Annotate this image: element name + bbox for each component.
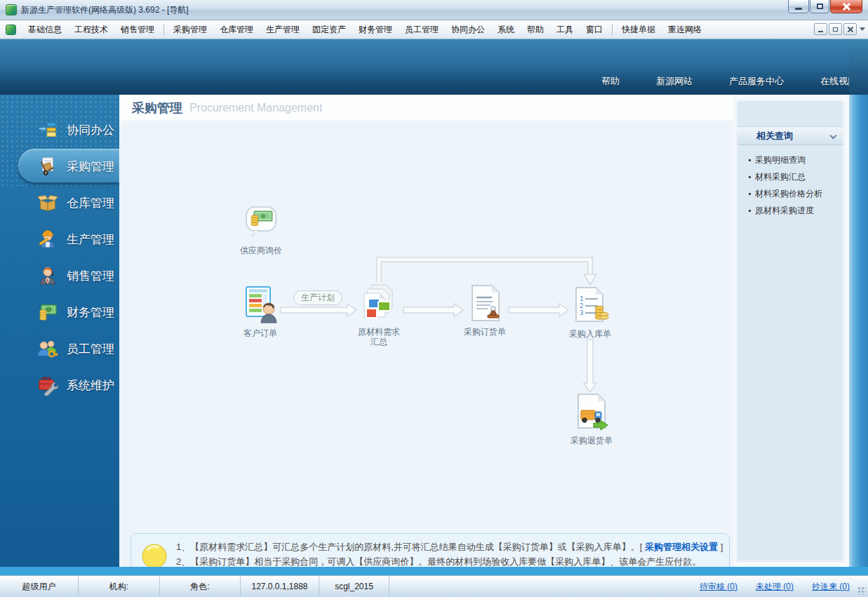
status-bar: 超级用户 机构: 角色: 127.0.0.1,1888 scgl_2015 待审… (0, 575, 868, 597)
related-queries-box: 相关查询 采购明细查询 材料采购汇总 材料采购价格分析 原材料采购进度 (737, 100, 843, 561)
minimize-button[interactable] (788, 0, 809, 13)
sidebar-item-label: 仓库管理 (67, 195, 114, 211)
menu-item-window[interactable]: 窗口 (580, 21, 609, 39)
banner-link-website[interactable]: 新源网站 (656, 75, 693, 88)
sidebar-item-collaboration[interactable]: 协同办公 (0, 112, 119, 148)
menu-item-quick-docs[interactable]: 快捷单据 (615, 21, 662, 39)
sidebar-item-production[interactable]: 生产管理 (0, 221, 119, 257)
menu-item-warehouse[interactable]: 仓库管理 (213, 21, 260, 39)
sidebar-item-employees[interactable]: 员工管理 (0, 330, 119, 367)
banner-link-help[interactable]: 帮助 (601, 75, 620, 88)
menu-item-collaboration[interactable]: 协同办公 (445, 21, 491, 39)
flow-connectors (119, 122, 733, 567)
menu-item-system[interactable]: 系统 (491, 21, 521, 39)
header-banner: 帮助 新源网站 产品服务中心 在线视频 (0, 39, 868, 95)
tip-text: 1、【原材料需求汇总】可汇总多个生产计划的原材料,并可将汇总结果自动生成【采购订… (176, 542, 645, 552)
menu-item-engineering[interactable]: 工程技术 (68, 21, 114, 39)
menu-item-tools[interactable]: 工具 (550, 21, 580, 39)
sidebar-item-maintenance[interactable]: 系统维护 (0, 367, 119, 403)
pending-review-link[interactable]: 待审核 (0) (700, 581, 737, 593)
related-queries-header[interactable]: 相关查询 (737, 126, 843, 145)
bullet-dot (749, 193, 751, 195)
flow-node-purchase-return[interactable]: 采购退货单 (549, 392, 634, 445)
salesperson-icon (37, 265, 58, 286)
mdi-restore-button[interactable] (829, 23, 842, 35)
flow-node-purchase-order[interactable]: 采购订货单 (443, 283, 527, 337)
menu-separator (163, 24, 164, 35)
status-server-address: 127.0.0.1,1888 (241, 576, 319, 597)
banner-links: 帮助 新源网站 产品服务中心 在线视频 (565, 75, 857, 88)
application-window: 新源生产管理软件(网络高级版) 3.692 - [导航] 基础信息 工程技术 销… (0, 0, 868, 597)
related-item-material-purchase-summary[interactable]: 材料采购汇总 (737, 168, 843, 185)
related-item-label: 材料采购汇总 (755, 171, 806, 183)
menu-item-finance[interactable]: 财务管理 (352, 21, 399, 39)
close-button[interactable] (830, 0, 862, 13)
related-item-material-price-analysis[interactable]: 材料采购价格分析 (737, 185, 843, 202)
sidebar-item-warehouse[interactable]: 仓库管理 (0, 185, 119, 221)
related-queries-list: 采购明细查询 材料采购汇总 材料采购价格分析 原材料采购进度 (737, 152, 843, 219)
tip-text: ] (718, 542, 723, 552)
sidebar-item-sales[interactable]: 销售管理 (0, 257, 119, 294)
window-frame-top-right (849, 39, 868, 95)
sidebar-item-label: 生产管理 (67, 232, 114, 248)
mdi-close-button[interactable] (843, 23, 857, 35)
menu-item-help[interactable]: 帮助 (521, 21, 550, 39)
people-key-icon (37, 338, 58, 359)
minimize-icon (818, 31, 823, 32)
menu-item-employees[interactable]: 员工管理 (399, 21, 445, 39)
open-box-icon (37, 192, 58, 213)
menu-item-production[interactable]: 生产管理 (260, 21, 306, 39)
bullet-dot (749, 176, 751, 178)
chevron-down-icon[interactable] (860, 27, 865, 31)
money-icon (37, 302, 58, 323)
resize-grip[interactable] (857, 586, 866, 595)
flow-node-warehouse-in[interactable]: 123 采购入库单 (548, 286, 632, 339)
bottom-blue-strip (0, 567, 868, 575)
sidebar-item-label: 采购管理 (67, 159, 114, 175)
window-title: 新源生产管理软件(网络高级版) 3.692 - [导航] (21, 4, 189, 16)
close-icon (848, 27, 853, 32)
sidebar-item-label: 系统维护 (67, 377, 114, 394)
office-blocks-icon (37, 119, 58, 140)
related-item-purchase-detail-query[interactable]: 采购明细查询 (737, 152, 843, 168)
sidebar-item-label: 销售管理 (67, 268, 114, 284)
related-item-raw-material-progress[interactable]: 原材料采购进度 (737, 202, 843, 219)
flow-node-supplier-inquiry[interactable]: 供应商询价 (219, 205, 303, 255)
handtruck-icon (37, 156, 58, 177)
status-database: scgl_2015 (319, 576, 389, 597)
procurement-settings-link[interactable]: 采购管理相关设置 (645, 542, 718, 552)
app-logo-icon (6, 25, 16, 35)
flow-node-customer-order[interactable]: 客户订单 (218, 285, 302, 338)
cc-received-link[interactable]: 抄送来 (0) (812, 581, 850, 593)
stacked-pages-icon (360, 283, 398, 326)
sidebar-item-label: 财务管理 (67, 304, 114, 321)
flow-node-label: 原材料需求汇总 (354, 327, 403, 347)
related-item-label: 材料采购价格分析 (755, 188, 822, 200)
document-coins-icon: 123 (571, 286, 609, 328)
money-bubble-icon (244, 205, 278, 244)
menu-separator (612, 24, 613, 35)
minimize-icon (795, 8, 802, 10)
status-org: 机构: (79, 576, 160, 597)
menu-item-reconnect[interactable]: 重连网络 (662, 21, 708, 39)
bullet-dot (749, 159, 751, 161)
toolbox-icon (37, 375, 58, 396)
flow-node-materials-summary[interactable]: 原材料需求汇总 (337, 283, 421, 347)
menu-item-fixed-assets[interactable]: 固定资产 (306, 21, 352, 39)
unprocessed-link[interactable]: 未处理 (0) (756, 581, 794, 593)
main-panel: 采购管理 Procurement Management 生产计划 (119, 95, 733, 567)
restore-button[interactable] (810, 0, 829, 13)
restore-icon (817, 4, 823, 9)
bullet-dot (749, 210, 751, 212)
page-header: 采购管理 Procurement Management (119, 95, 733, 121)
flow-node-label: 采购订货单 (443, 327, 527, 337)
sidebar-item-procurement[interactable]: 采购管理 (0, 148, 119, 185)
banner-link-service-center[interactable]: 产品服务中心 (729, 75, 784, 88)
status-role: 角色: (160, 576, 241, 597)
menu-item-basic-info[interactable]: 基础信息 (22, 21, 68, 39)
mdi-minimize-button[interactable] (814, 23, 827, 35)
sidebar-item-finance[interactable]: 财务管理 (0, 294, 119, 330)
menu-item-sales[interactable]: 销售管理 (114, 21, 161, 39)
page-title: 采购管理 (132, 100, 182, 116)
menu-item-procurement[interactable]: 采购管理 (167, 21, 213, 39)
